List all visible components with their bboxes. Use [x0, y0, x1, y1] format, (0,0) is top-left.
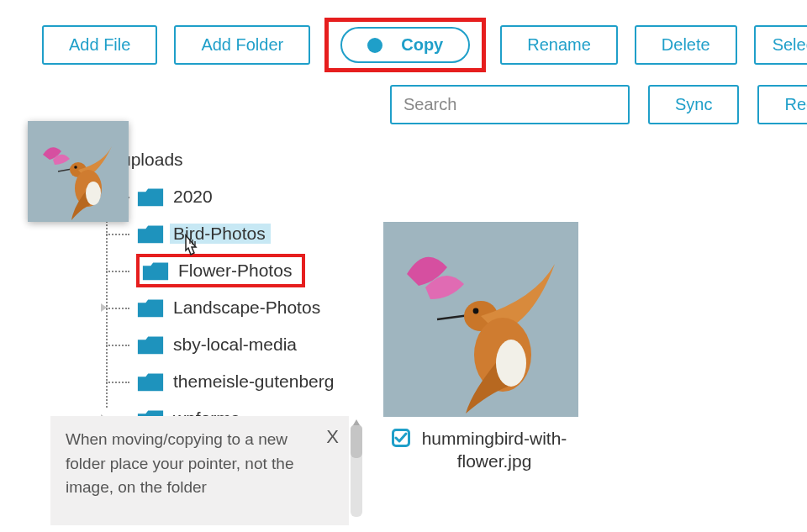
- add-file-button[interactable]: Add File: [42, 25, 157, 65]
- folder-icon: [136, 296, 165, 319]
- svg-point-3: [86, 182, 101, 205]
- file-checkbox[interactable]: [392, 429, 410, 447]
- help-text: When moving/copying to a new folder plac…: [66, 430, 293, 496]
- tree-item-label: 2020: [170, 187, 213, 207]
- regenerate-button[interactable]: Regene: [757, 85, 807, 124]
- svg-point-9: [496, 340, 526, 387]
- check-icon: [394, 431, 408, 445]
- folder-icon: [141, 259, 170, 282]
- rename-button[interactable]: Rename: [500, 25, 618, 65]
- copy-button-label: Copy: [401, 35, 443, 55]
- scrollbar-thumb[interactable]: [351, 424, 362, 458]
- pointer-cursor-icon: [180, 234, 203, 263]
- help-panel: X When moving/copying to a new folder pl…: [50, 416, 349, 525]
- search-input[interactable]: [390, 85, 630, 124]
- tree-item-2020[interactable]: 2020: [42, 178, 807, 215]
- file-thumbnail[interactable]: [383, 222, 578, 417]
- dot-icon: [367, 38, 382, 53]
- close-icon[interactable]: X: [326, 423, 339, 450]
- tree-item-label: sby-local-media: [170, 334, 297, 355]
- scroll-up-arrow-icon[interactable]: [353, 419, 360, 425]
- drag-thumbnail: [28, 121, 129, 222]
- svg-point-4: [74, 166, 77, 169]
- tree-item-uploads[interactable]: uploads: [42, 141, 807, 178]
- sync-button[interactable]: Sync: [648, 85, 739, 124]
- file-name: hummingbird-with-flower.jpg: [419, 427, 570, 473]
- file-caption: hummingbird-with-flower.jpg: [383, 427, 578, 473]
- toolbar: Add File Add Folder Copy Rename Delete S…: [42, 20, 807, 70]
- folder-icon: [136, 185, 165, 208]
- copy-highlight: Copy: [327, 20, 483, 70]
- drop-target-highlight: Flower-Photos: [136, 254, 305, 287]
- tree-item-label: Flower-Photos: [175, 261, 292, 281]
- folder-icon: [136, 222, 165, 245]
- tree-item-label: Landscape-Photos: [170, 298, 320, 318]
- file-card[interactable]: hummingbird-with-flower.jpg: [383, 222, 578, 473]
- svg-point-10: [473, 308, 479, 314]
- folder-icon: [136, 333, 165, 356]
- add-folder-button[interactable]: Add Folder: [174, 25, 310, 65]
- second-toolbar: Sync Regene: [390, 85, 807, 124]
- copy-button[interactable]: Copy: [340, 27, 470, 63]
- tree-item-label: themeisle-gutenberg: [170, 371, 334, 392]
- scrollbar-track[interactable]: [351, 424, 362, 517]
- select-unselect-button[interactable]: Select/Uns: [754, 25, 807, 65]
- folder-icon: [136, 370, 165, 393]
- delete-button[interactable]: Delete: [635, 25, 737, 65]
